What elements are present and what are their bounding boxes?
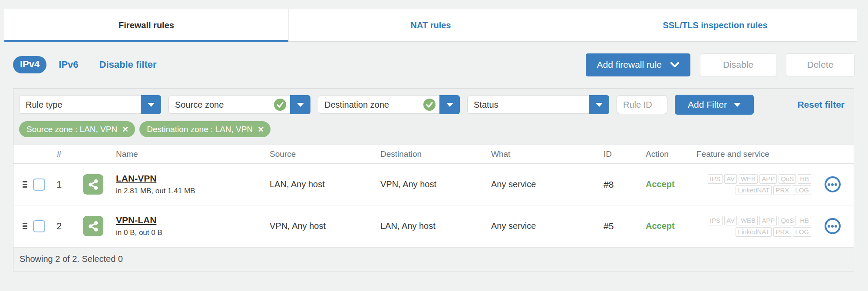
rule-action: Accept xyxy=(633,221,683,231)
filter-select-destination-zone[interactable]: Destination zone xyxy=(318,96,460,114)
network-rule-share-icon xyxy=(83,216,103,236)
tab-ssl-tls-inspection-rules-label: SSL/TLS inspection rules xyxy=(663,20,767,30)
drag-handle-icon[interactable] xyxy=(13,223,28,229)
badge-app: APP xyxy=(759,174,777,184)
rule-what: Any service xyxy=(478,179,591,189)
rule-id: #8 xyxy=(591,179,633,190)
add-filter-label: Add Filter xyxy=(688,99,727,110)
badge-av: AV xyxy=(724,174,737,184)
row-actions-ellipsis-button[interactable] xyxy=(825,218,841,234)
ipv4-toggle[interactable]: IPv4 xyxy=(13,56,46,73)
filter-chip-source-zone-label: Source zone : LAN, VPN xyxy=(26,125,117,134)
rule-type-tabbar: Firewall rules NAT rules SSL/TLS inspect… xyxy=(4,9,857,42)
rule-destination: LAN, Any host xyxy=(367,221,478,231)
filter-select-source-zone[interactable]: Source zone xyxy=(168,96,310,114)
filter-select-source-zone-dropdown-button[interactable] xyxy=(290,95,310,114)
disable-filter-link[interactable]: Disable filter xyxy=(99,59,157,70)
badge-linkednat: LinkedNAT xyxy=(736,227,772,237)
rule-action: Accept xyxy=(633,179,683,189)
feature-badges-line-1: IPS AV WEB APP QoS HB xyxy=(708,174,811,184)
header-name: Name xyxy=(109,149,257,159)
table-header-row: # Name Source Destination What ID Action… xyxy=(13,145,854,164)
delete-button[interactable]: Delete xyxy=(786,53,855,76)
filter-row: Rule type Source zone Destination zone xyxy=(13,89,854,120)
chevron-down-icon xyxy=(148,103,155,107)
badge-web: WEB xyxy=(739,174,758,184)
check-circle-icon xyxy=(274,99,286,111)
badge-ips: IPS xyxy=(708,216,723,225)
rule-id: #5 xyxy=(591,221,633,231)
tab-firewall-rules[interactable]: Firewall rules xyxy=(4,9,288,42)
rule-source: LAN, Any host xyxy=(257,179,367,189)
toolbar: IPv4 IPv6 Disable filter Add firewall ru… xyxy=(13,53,855,77)
check-circle-icon xyxy=(423,99,436,111)
tab-ssl-tls-inspection-rules[interactable]: SSL/TLS inspection rules xyxy=(573,9,857,42)
filter-select-status[interactable]: Status xyxy=(467,96,609,114)
filter-chip-destination-zone: Destination zone : LAN, VPN ✕ xyxy=(139,121,271,137)
badge-prx: PRX xyxy=(773,185,791,195)
row-checkbox[interactable] xyxy=(33,179,45,191)
badge-av: AV xyxy=(724,216,737,225)
header-id: ID xyxy=(591,149,633,159)
rule-source: VPN, Any host xyxy=(257,221,367,231)
reset-filter-link[interactable]: Reset filter xyxy=(797,99,845,110)
rule-name-link[interactable]: VPN-LAN xyxy=(116,215,156,225)
chevron-down-icon xyxy=(734,103,741,107)
filter-select-rule-type[interactable]: Rule type xyxy=(19,96,161,114)
tab-nat-rules[interactable]: NAT rules xyxy=(288,9,573,42)
filter-select-destination-zone-dropdown-button[interactable] xyxy=(439,95,460,114)
network-rule-share-icon xyxy=(83,174,103,195)
feature-badges-line-1: IPS AV WEB APP QoS HB xyxy=(708,216,811,225)
filter-select-status-label: Status xyxy=(468,100,589,110)
filter-select-rule-type-label: Rule type xyxy=(20,100,141,110)
header-source: Source xyxy=(257,149,367,159)
filter-select-destination-zone-label: Destination zone xyxy=(318,100,423,110)
table-footer-status: Showing 2 of 2. Selected 0 xyxy=(13,247,854,271)
rule-name-cell: LAN-VPN in 2.81 MB, out 1.41 MB xyxy=(109,173,257,195)
badge-web: WEB xyxy=(739,216,758,225)
firewall-rules-panel: Rule type Source zone Destination zone xyxy=(13,88,854,271)
row-menu-cell xyxy=(811,218,854,234)
remove-chip-icon[interactable]: ✕ xyxy=(122,126,129,133)
badge-log: LOG xyxy=(793,227,811,237)
row-actions-ellipsis-button[interactable] xyxy=(825,176,841,192)
filter-select-status-dropdown-button[interactable] xyxy=(589,95,609,114)
header-what: What xyxy=(478,149,591,159)
rule-traffic-stats: in 0 B, out 0 B xyxy=(116,228,257,237)
remove-chip-icon[interactable]: ✕ xyxy=(257,126,264,133)
rule-icon-cell xyxy=(70,216,109,236)
add-firewall-rule-label: Add firewall rule xyxy=(597,60,662,70)
rule-position: 2 xyxy=(48,221,70,232)
badge-linkednat: LinkedNAT xyxy=(736,185,772,195)
badge-qos: QoS xyxy=(779,174,796,184)
disable-button[interactable]: Disable xyxy=(700,53,776,76)
chevron-down-icon xyxy=(596,103,603,107)
feature-badges: IPS AV WEB APP QoS HB LinkedNAT PRX LOG xyxy=(683,174,811,195)
table-row: 1 LAN-VPN in 2.81 MB, out 1.41 MB LAN, A… xyxy=(13,164,854,205)
drag-handle-icon[interactable] xyxy=(13,181,28,188)
row-checkbox-cell xyxy=(28,220,48,232)
rule-icon-cell xyxy=(70,174,109,195)
table-row: 2 VPN-LAN in 0 B, out 0 B VPN, Any host … xyxy=(13,205,854,247)
header-destination: Destination xyxy=(367,149,478,159)
chevron-down-icon xyxy=(297,103,304,107)
chevron-down-icon xyxy=(446,103,453,107)
rule-name-link[interactable]: LAN-VPN xyxy=(116,173,156,184)
header-action: Action xyxy=(633,149,683,159)
feature-badges: IPS AV WEB APP QoS HB LinkedNAT PRX LOG xyxy=(683,216,811,237)
add-firewall-rule-button[interactable]: Add firewall rule xyxy=(586,53,690,76)
rule-id-input[interactable] xyxy=(617,95,667,114)
badge-app: APP xyxy=(759,216,777,225)
rule-traffic-stats: in 2.81 MB, out 1.41 MB xyxy=(116,187,257,195)
add-filter-button[interactable]: Add Filter xyxy=(675,95,754,115)
ipv6-toggle[interactable]: IPv6 xyxy=(59,59,78,70)
header-feature-and-service: Feature and service xyxy=(683,149,811,159)
row-checkbox[interactable] xyxy=(33,220,45,232)
filter-select-rule-type-dropdown-button[interactable] xyxy=(141,95,161,114)
feature-badges-line-2: LinkedNAT PRX LOG xyxy=(736,185,811,195)
badge-qos: QoS xyxy=(779,216,796,225)
badge-log: LOG xyxy=(793,185,811,195)
badge-ips: IPS xyxy=(708,174,723,184)
badge-hb: HB xyxy=(798,174,811,184)
rule-name-cell: VPN-LAN in 0 B, out 0 B xyxy=(109,215,257,237)
